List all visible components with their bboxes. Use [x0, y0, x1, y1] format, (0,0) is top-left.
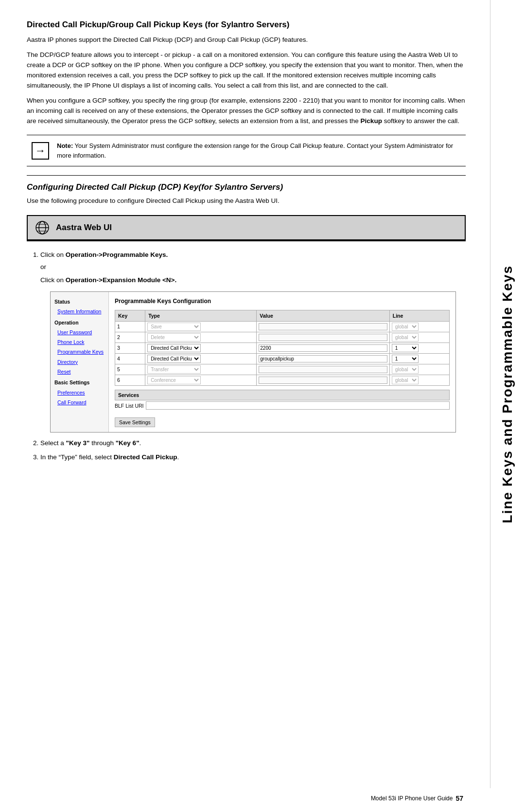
webui-sidebar-callforward[interactable]: Call Forward	[51, 397, 108, 407]
value-input[interactable]	[259, 334, 387, 341]
cell-value	[257, 364, 389, 375]
col-line: Line	[389, 310, 449, 321]
table-row: 6Conferenceglobal	[115, 375, 450, 386]
line-select[interactable]: global	[392, 376, 419, 384]
sidebar-vertical-text: Line Keys and Programmable Keys	[500, 265, 515, 523]
webui-main-area: Programmable Keys Configuration Key Type…	[109, 292, 455, 432]
paragraph-2: The DCP/GCP feature allows you to interc…	[27, 50, 466, 91]
value-input[interactable]	[259, 377, 387, 384]
type-select[interactable]: Conference	[147, 376, 201, 384]
note-text: Note: Your System Administrator must con…	[57, 141, 461, 160]
webui-sidebar-prefs[interactable]: Preferences	[51, 388, 108, 397]
sidebar-vertical: Line Keys and Programmable Keys	[490, 0, 525, 788]
paragraph-1: Aastra IP phones support the Directed Ca…	[27, 35, 466, 45]
footer-page-number: 57	[455, 794, 463, 802]
value-input[interactable]	[259, 344, 387, 352]
table-row: 3Directed Call Pickup1	[115, 343, 450, 354]
paragraph-3: When you configure a GCP softkey, you sp…	[27, 96, 466, 126]
dcp-intro: Use the following procedure to configure…	[27, 196, 466, 206]
webui-sidebar-phonelock[interactable]: Phone Lock	[51, 337, 108, 347]
line-select[interactable]: global	[392, 333, 419, 342]
line-select[interactable]: 1	[392, 355, 419, 363]
webui-sidebar-userpw[interactable]: User Password	[51, 327, 108, 337]
footer-label: Model 53i IP Phone User Guide	[371, 795, 453, 802]
type-select[interactable]: Directed Call Pickup	[147, 344, 201, 352]
main-heading: Directed Call Pickup/Group Call Pickup K…	[27, 19, 466, 30]
type-select[interactable]: Transfer	[147, 365, 201, 374]
cell-line: global	[389, 375, 449, 386]
cell-value	[257, 343, 389, 354]
cell-line: global	[389, 322, 449, 332]
webui-sidebar-directory[interactable]: Directory	[51, 357, 108, 367]
cell-key: 3	[115, 343, 145, 354]
step-3: In the “Type” field, select Directed Cal…	[40, 452, 466, 463]
type-select[interactable]: Directed Call Pickup	[147, 355, 201, 363]
cell-line: 1	[389, 343, 449, 354]
value-input[interactable]	[259, 323, 387, 330]
cell-value	[257, 375, 389, 386]
webui-sidebar-reset[interactable]: Reset	[51, 367, 108, 377]
aastra-header: Aastra Web UI	[28, 216, 465, 240]
table-row: 5Transferglobal	[115, 364, 450, 375]
cell-type: Directed Call Pickup	[145, 343, 257, 354]
webui-sidebar-operation: Operation	[51, 317, 108, 327]
cell-value	[257, 354, 389, 364]
value-input[interactable]	[259, 366, 387, 373]
webui-services-title: Services	[115, 390, 450, 400]
note-box: → Note: Your System Administrator must c…	[27, 135, 466, 166]
cell-key: 6	[115, 375, 145, 386]
cell-key: 4	[115, 354, 145, 364]
webui-sidebar-status: Status	[51, 296, 108, 307]
aastra-logo-icon	[35, 220, 50, 235]
cell-type: Conference	[145, 375, 257, 386]
dcp-heading: Configuring Directed Call Pickup (DCP) K…	[27, 182, 466, 192]
type-select[interactable]: Delete	[147, 333, 201, 342]
webui-blf-row: BLF List URI	[115, 401, 450, 410]
cell-key: 1	[115, 322, 145, 332]
webui-table-title: Programmable Keys Configuration	[115, 297, 450, 306]
webui-screenshot: Status System Information Operation User…	[50, 291, 456, 433]
webui-blf-label: BLF List URI	[115, 402, 144, 410]
col-key: Key	[115, 310, 145, 321]
webui-services: Services BLF List URI	[115, 390, 450, 410]
aastra-webui-box: Aastra Web UI	[27, 215, 466, 241]
col-type: Type	[145, 310, 257, 321]
table-row: 1Saveglobal	[115, 322, 450, 332]
page-footer: Model 53i IP Phone User Guide 57	[0, 794, 490, 802]
col-value: Value	[257, 310, 389, 321]
cell-key: 5	[115, 364, 145, 375]
step-1: Click on Operation->Programmable Keys. o…	[40, 250, 466, 433]
webui-sidebar-sysinfo[interactable]: System Information	[51, 307, 108, 316]
cell-type: Directed Call Pickup	[145, 354, 257, 364]
value-input[interactable]	[259, 355, 387, 362]
table-row: 4Directed Call Pickup1	[115, 354, 450, 364]
arrow-icon: →	[32, 142, 49, 160]
webui-save-button[interactable]: Save Settings	[115, 417, 155, 427]
step-1-expansion: Click on Operation->Expansion Module <N>…	[40, 275, 466, 286]
step-1-or: or	[40, 262, 466, 272]
cell-type: Save	[145, 322, 257, 332]
cell-value	[257, 322, 389, 332]
webui-config-table: Key Type Value Line 1Saveglobal2Deletegl…	[115, 310, 450, 386]
step-2: Select a "Key 3" through "Key 6".	[40, 438, 466, 449]
cell-type: Delete	[145, 332, 257, 343]
line-select[interactable]: global	[392, 323, 419, 331]
cell-type: Transfer	[145, 364, 257, 375]
cell-value	[257, 332, 389, 343]
aastra-header-text: Aastra Web UI	[56, 223, 112, 233]
cell-key: 2	[115, 332, 145, 343]
steps-list: Click on Operation->Programmable Keys. o…	[27, 250, 466, 463]
webui-sidebar-progkeys[interactable]: Programmable Keys	[51, 347, 108, 357]
type-select[interactable]: Save	[147, 323, 201, 331]
cell-line: 1	[389, 354, 449, 364]
line-select[interactable]: 1	[392, 344, 419, 352]
cell-line: global	[389, 332, 449, 343]
webui-sidebar-basicsettings: Basic Settings	[51, 377, 108, 387]
webui-sidebar: Status System Information Operation User…	[51, 292, 109, 432]
table-row: 2Deleteglobal	[115, 332, 450, 343]
line-select[interactable]: global	[392, 365, 419, 374]
cell-line: global	[389, 364, 449, 375]
webui-blf-input[interactable]	[146, 401, 450, 410]
